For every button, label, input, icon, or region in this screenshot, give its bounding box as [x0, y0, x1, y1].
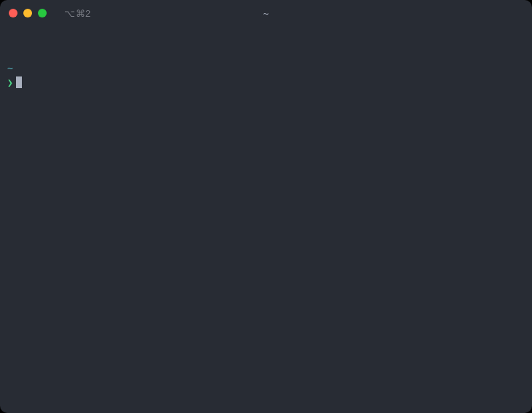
- prompt-line[interactable]: ❯: [7, 76, 525, 90]
- cursor: [16, 76, 22, 88]
- cwd-path: ~: [7, 61, 13, 76]
- shortcut-label: ⌥⌘2: [64, 8, 91, 19]
- prompt-symbol: ❯: [7, 76, 13, 90]
- cwd-line: ~: [7, 61, 525, 76]
- terminal-body[interactable]: ~ ❯: [0, 26, 532, 413]
- title-bar: ⌥⌘2 ~: [0, 0, 532, 26]
- close-button[interactable]: [9, 9, 17, 17]
- spacer: [7, 32, 525, 61]
- traffic-lights: [9, 9, 47, 17]
- zoom-button[interactable]: [38, 9, 47, 17]
- terminal-window: ⌥⌘2 ~ ~ ❯: [0, 0, 532, 413]
- minimize-button[interactable]: [23, 9, 32, 17]
- window-title: ~: [263, 8, 269, 19]
